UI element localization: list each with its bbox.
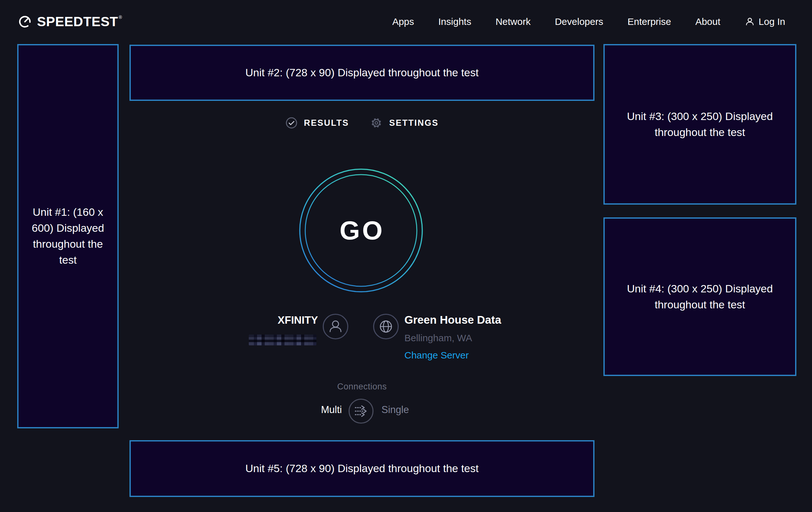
ad-unit-4-label: Unit #4: (300 x 250) Displayed throughou… bbox=[622, 281, 778, 313]
tab-settings-label: SETTINGS bbox=[389, 118, 438, 128]
server-avatar bbox=[373, 314, 399, 341]
tab-results[interactable]: RESULTS bbox=[285, 117, 349, 129]
ad-unit-3-label: Unit #3: (300 x 250) Displayed throughou… bbox=[622, 109, 778, 140]
go-button[interactable]: GO bbox=[299, 168, 423, 293]
top-nav-bar: SPEEDTEST® Apps Insights Network Develop… bbox=[0, 0, 812, 44]
nav-developers[interactable]: Developers bbox=[555, 16, 603, 27]
nav-enterprise[interactable]: Enterprise bbox=[627, 16, 671, 27]
user-icon bbox=[745, 17, 755, 27]
login-button[interactable]: Log In bbox=[745, 16, 785, 27]
main-nav: Apps Insights Network Developers Enterpr… bbox=[392, 16, 721, 27]
server-name: Green House Data bbox=[404, 314, 501, 326]
tabs-row: RESULTS SETTINGS bbox=[129, 112, 594, 133]
tab-results-label: RESULTS bbox=[304, 118, 349, 128]
gear-icon bbox=[370, 116, 383, 129]
ad-unit-2-leaderboard[interactable]: Unit #2: (728 x 90) Displayed throughout… bbox=[129, 45, 594, 101]
multi-connections-icon bbox=[348, 398, 374, 424]
go-label: GO bbox=[299, 168, 423, 293]
isp-detail-redacted bbox=[249, 334, 316, 345]
ad-unit-1-skyscraper[interactable]: Unit #1: (160 x 600) Displayed throughou… bbox=[17, 44, 119, 428]
speedtest-logo[interactable]: SPEEDTEST® bbox=[18, 14, 122, 29]
nav-about[interactable]: About bbox=[695, 16, 720, 27]
nav-network[interactable]: Network bbox=[496, 16, 531, 27]
brand-text: SPEEDTEST® bbox=[37, 14, 122, 29]
server-location: Bellingham, WA bbox=[404, 332, 472, 344]
connections-toggle[interactable] bbox=[348, 398, 374, 424]
ad-unit-1-label: Unit #1: (160 x 600) Displayed throughou… bbox=[26, 204, 110, 268]
person-circle-icon bbox=[322, 314, 349, 340]
connections-label: Connections bbox=[129, 382, 594, 392]
connections-single-option[interactable]: Single bbox=[381, 404, 409, 415]
ad-unit-2-label: Unit #2: (728 x 90) Displayed throughout… bbox=[245, 65, 478, 81]
connections-multi-option[interactable]: Multi bbox=[321, 404, 342, 415]
speedtest-gauge-icon bbox=[18, 15, 32, 29]
globe-icon bbox=[373, 314, 399, 340]
isp-avatar bbox=[322, 314, 349, 341]
speedtest-page: SPEEDTEST® Apps Insights Network Develop… bbox=[0, 0, 812, 512]
ad-unit-3-rectangle[interactable]: Unit #3: (300 x 250) Displayed throughou… bbox=[603, 44, 796, 205]
nav-apps[interactable]: Apps bbox=[392, 16, 414, 27]
ad-unit-4-rectangle[interactable]: Unit #4: (300 x 250) Displayed throughou… bbox=[603, 217, 796, 376]
check-circle-icon bbox=[285, 117, 297, 129]
tab-settings[interactable]: SETTINGS bbox=[370, 116, 438, 129]
trademark-mark: ® bbox=[119, 15, 122, 20]
ad-unit-5-label: Unit #5: (728 x 90) Displayed throughout… bbox=[245, 461, 478, 477]
change-server-link[interactable]: Change Server bbox=[404, 350, 469, 361]
ad-unit-5-leaderboard[interactable]: Unit #5: (728 x 90) Displayed throughout… bbox=[129, 440, 594, 497]
login-label: Log In bbox=[759, 16, 785, 27]
nav-insights[interactable]: Insights bbox=[438, 16, 471, 27]
isp-name: XFINITY bbox=[278, 314, 318, 326]
